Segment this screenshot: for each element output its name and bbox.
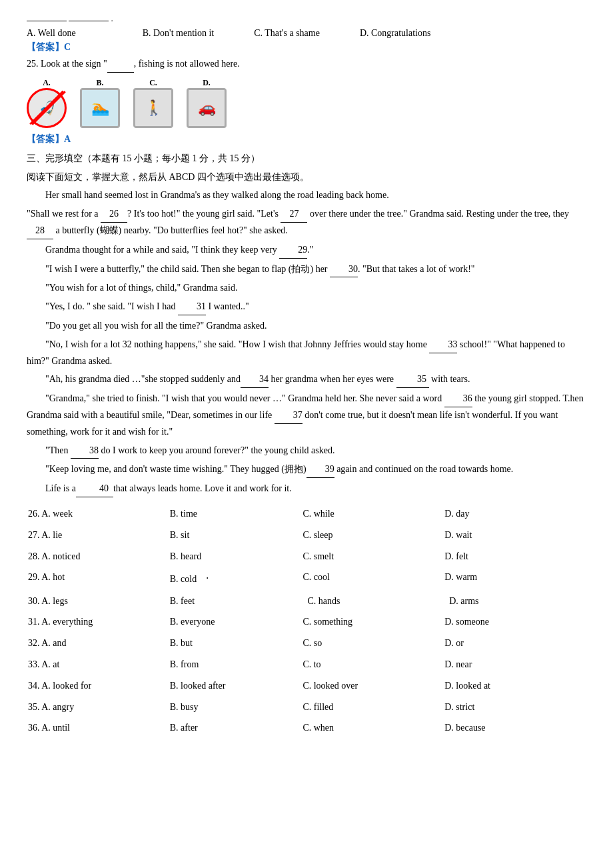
- table-row: 34. A. looked for B. looked after C. loo…: [28, 676, 585, 696]
- passage-p2: "Shall we rest for a 26? It's too hot!" …: [27, 206, 586, 239]
- table-row: 30. A. legs B. feet C. hands D. arms: [28, 591, 585, 611]
- q32-b: B. but: [170, 633, 302, 653]
- q25-text: 25. Look at the sign " , fishing is not …: [27, 56, 586, 73]
- table-row: 32. A. and B. but C. so D. or: [28, 633, 585, 653]
- sign-b: B. 🏊: [80, 78, 120, 128]
- q26-d: D. day: [444, 504, 585, 524]
- q26-c: C. while: [303, 504, 443, 524]
- option-c: C. That's a shame: [254, 28, 320, 39]
- table-row: 27. A. lie B. sit C. sleep D. wait: [28, 525, 585, 545]
- table-row: 29. A. hot B. cold · C. cool D. warm: [28, 567, 585, 589]
- q29-d: D. warm: [444, 567, 585, 589]
- q30-c: C. hands: [303, 591, 443, 611]
- q28-c: C. smelt: [303, 547, 443, 567]
- passage-p11: "Then 38 do I work to keep you around fo…: [27, 443, 586, 459]
- q35-a: 35. A. angry: [28, 697, 169, 717]
- q33-d: D. near: [444, 655, 585, 675]
- sign-a: A. 🎣: [27, 78, 67, 128]
- option-d: D. Congratulations: [360, 28, 431, 39]
- q30-a: 30. A. legs: [28, 591, 169, 611]
- answer-c: 【答案】C: [27, 41, 586, 53]
- passage-p6: "Yes, I do. " she said. "I wish I had 31…: [27, 299, 586, 315]
- passage-p3: Grandma thought for a while and said, "I…: [27, 242, 586, 259]
- passage-p9: "Ah, his grandma died …"she stopped sudd…: [27, 371, 586, 388]
- q32-c: C. so: [303, 633, 443, 653]
- passage-p13: Life is a 40 that always leads home. Lov…: [27, 481, 586, 497]
- q26-b: B. time: [170, 504, 302, 524]
- q32-a: 32. A. and: [28, 633, 169, 653]
- option-b: B. Don't mention it: [143, 28, 215, 39]
- q28-d: D. felt: [444, 547, 585, 567]
- q33-c: C. to: [303, 655, 443, 675]
- q27-c: C. sleep: [303, 525, 443, 545]
- answer-a: 【答案】A: [27, 133, 586, 145]
- section3-title: 三、完形填空（本题有 15 小题；每小题 1 分，共 15 分）: [27, 151, 586, 167]
- table-row: 28. A. noticed B. heard C. smelt D. felt: [28, 547, 585, 567]
- q36-a: 36. A. until: [28, 718, 169, 738]
- q29-a: 29. A. hot: [28, 567, 169, 589]
- top-lines: .: [27, 13, 586, 24]
- section3-instruction: 阅读下面短文，掌握大意，然后从 ABCD 四个选项中选出最佳选项。: [27, 169, 586, 185]
- q35-b: B. busy: [170, 697, 302, 717]
- passage-p8: "No, I wish for a lot 32 nothing happens…: [27, 337, 586, 369]
- q34-c: C. looked over: [303, 676, 443, 696]
- q27-b: B. sit: [170, 525, 302, 545]
- passage-p5: "You wish for a lot of things, child," G…: [27, 280, 586, 296]
- q36-d: D. because: [444, 718, 585, 738]
- q30-b: B. feet: [170, 591, 302, 611]
- options-row-24: A. Well done B. Don't mention it C. That…: [27, 28, 586, 39]
- q36-c: C. when: [303, 718, 443, 738]
- sign-c: C. 🚶: [133, 78, 173, 128]
- q29-b: B. cold ·: [170, 567, 302, 589]
- passage-p7: "Do you get all you wish for all the tim…: [27, 318, 586, 334]
- sign-d: D. 🚗: [187, 78, 227, 128]
- q30-d: D. arms: [444, 591, 585, 611]
- table-row: 31. A. everything B. everyone C. somethi…: [28, 612, 585, 632]
- q34-a: 34. A. looked for: [28, 676, 169, 696]
- q31-d: D. someone: [444, 612, 585, 632]
- passage-p12: "Keep loving me, and don't waste time wi…: [27, 461, 586, 478]
- q28-a: 28. A. noticed: [28, 547, 169, 567]
- q33-a: 33. A. at: [28, 655, 169, 675]
- passage-p4: "I wish I were a butterfly," the child s…: [27, 261, 586, 278]
- q31-b: B. everyone: [170, 612, 302, 632]
- q31-c: C. something: [303, 612, 443, 632]
- passage-p1: Her small hand seemed lost in Grandma's …: [27, 187, 586, 203]
- q31-a: 31. A. everything: [28, 612, 169, 632]
- table-row: 35. A. angry B. busy C. filled D. strict: [28, 697, 585, 717]
- q26-a: 26. A. week: [28, 504, 169, 524]
- table-row: 36. A. until B. after C. when D. because: [28, 718, 585, 738]
- q32-d: D. or: [444, 633, 585, 653]
- q33-b: B. from: [170, 655, 302, 675]
- option-a: A. Well done: [27, 28, 76, 39]
- passage-p10: "Grandma," she tried to finish. "I wish …: [27, 391, 586, 439]
- table-row: 26. A. week B. time C. while D. day: [28, 504, 585, 524]
- questions-table: 26. A. week B. time C. while D. day 27. …: [27, 503, 586, 739]
- q35-c: C. filled: [303, 697, 443, 717]
- table-row: 33. A. at B. from C. to D. near: [28, 655, 585, 675]
- q35-d: D. strict: [444, 697, 585, 717]
- q34-d: D. looked at: [444, 676, 585, 696]
- q27-a: 27. A. lie: [28, 525, 169, 545]
- q36-b: B. after: [170, 718, 302, 738]
- q28-b: B. heard: [170, 547, 302, 567]
- q29-c: C. cool: [303, 567, 443, 589]
- q27-d: D. wait: [444, 525, 585, 545]
- signs-row: A. 🎣 B. 🏊 C. 🚶 D. 🚗: [27, 78, 586, 128]
- q34-b: B. looked after: [170, 676, 302, 696]
